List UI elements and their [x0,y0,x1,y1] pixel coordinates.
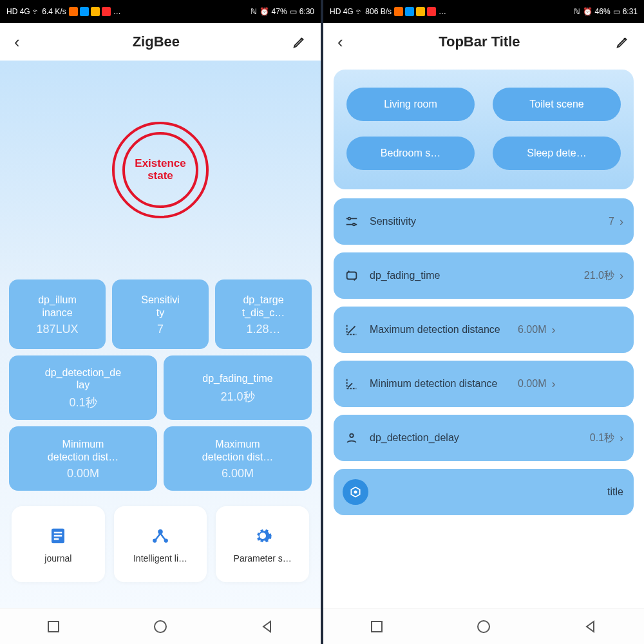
net-info: HD 4G ᯤ 806 B/s [330,7,392,16]
row-value: 21.0秒 [584,269,614,283]
row-value: 7 [609,216,614,227]
back-icon[interactable]: ‹ [337,32,343,52]
clock: 6:31 [623,7,638,16]
nfc-icon: ℕ [251,7,257,16]
scene-card: Living room Toilet scene Bedroom s… Slee… [334,70,634,189]
journal-icon [47,525,69,547]
status-app-icons [69,7,111,16]
tile-sensitivity[interactable]: Sensitivi ty 7 [112,279,209,349]
row-min-distance[interactable]: Minimum detection distance 0.00M › [334,361,634,407]
nfc-icon: ℕ [574,7,580,16]
tile-detection-delay[interactable]: dp_detection_de lay 0.1秒 [9,355,157,420]
topbar: ‹ TopBar Title [323,23,644,61]
scene-living-room[interactable]: Living room [346,88,475,121]
back-icon[interactable]: ‹ [14,32,20,52]
tile-row-1: dp_illum inance 187LUX Sensitivi ty 7 dp… [0,279,321,349]
svg-rect-1 [54,532,62,534]
tile-min-distance[interactable]: Minimum detection dist… 0.00M [9,426,157,491]
clock: 6:30 [299,7,314,16]
hero: Existence state [0,61,321,279]
alarm-icon: ⏰ [260,7,269,16]
svg-point-13 [354,491,356,493]
tile-label: dp_targe t_dis_c… [242,294,285,318]
nav-home-icon[interactable] [475,618,492,635]
row-sensitivity[interactable]: Sensitivity 7 › [334,198,634,245]
tile-illuminance[interactable]: dp_illum inance 187LUX [9,279,106,349]
tile-target-distance[interactable]: dp_targe t_dis_c… 1.28… [215,279,312,349]
svg-rect-2 [54,535,62,537]
status-app-icons [394,7,436,16]
loop-icon [343,267,361,285]
svg-point-10 [353,223,355,226]
chevron-right-icon: › [551,377,555,391]
svg-point-9 [348,218,351,220]
tile-label: Sensitivi ty [141,294,180,318]
settings-list: Sensitivity 7 › dp_fading_time 21.0秒 › M… [334,198,634,515]
svg-point-8 [155,621,166,632]
edit-icon[interactable] [616,35,630,49]
svg-rect-3 [54,538,59,540]
person-icon [343,429,361,447]
svg-rect-7 [48,621,59,632]
tile-label: dp_fading_time [202,372,272,384]
tile-value: 6.00M [222,467,254,480]
scene-sleep[interactable]: Sleep dete… [493,137,621,170]
status-bar: HD 4G ᯤ 806 B/s … ℕ ⏰ 46% ▭ 6:31 [323,0,644,23]
row-label: Maximum detection distance [370,323,518,336]
scene-bedroom[interactable]: Bedroom s… [346,137,475,170]
row-detection-delay[interactable]: dp_detection_delay 0.1秒 › [334,415,634,461]
edit-icon[interactable] [292,35,307,49]
nav-recent-icon[interactable] [45,618,62,635]
gear-icon [252,525,274,547]
page-title: TopBar Title [439,33,520,50]
svg-rect-11 [347,272,357,279]
left-body: Existence state dp_illum inance 187LUX S… [0,61,321,608]
alarm-icon: ⏰ [583,7,592,16]
chevron-right-icon: › [620,269,623,283]
hex-icon [343,479,368,505]
android-nav [323,608,644,644]
topbar: ‹ ZigBee [0,23,321,61]
nav-recent-icon[interactable] [368,618,385,635]
tile-fading-time[interactable]: dp_fading_time 21.0秒 [164,355,312,420]
row-label: Minimum detection distance [370,377,518,390]
page-title: ZigBee [133,33,180,50]
nav-back-icon[interactable] [259,618,276,635]
chevron-right-icon: › [620,431,623,445]
chevron-right-icon: › [620,215,623,229]
svg-point-12 [350,434,354,438]
battery-icon: ▭ [613,7,620,16]
nav-back-icon[interactable] [582,618,599,635]
row-label: dp_detection_delay [370,431,590,444]
bottom-label: journal [44,553,71,564]
scene-toilet[interactable]: Toilet scene [493,88,621,121]
tile-value: 187LUX [36,323,78,336]
journal-button[interactable]: journal [12,506,105,582]
intelligent-button[interactable]: Intelligent li… [114,506,207,582]
tile-value: 7 [157,323,164,336]
right-body: Living room Toilet scene Bedroom s… Slee… [323,61,644,608]
bottom-label: Intelligent li… [133,553,187,564]
net-info: HD 4G ᯤ 6.4 K/s [6,7,66,16]
row-title[interactable]: title [334,469,634,515]
tile-label: dp_illum inance [38,294,77,318]
tile-max-distance[interactable]: Maximum detection dist… 6.00M [164,426,312,491]
bottom-label: Parameter s… [234,553,292,564]
parameter-button[interactable]: Parameter s… [216,506,309,582]
left-phone: HD 4G ᯤ 6.4 K/s … ℕ ⏰ 47% ▭ 6:30 ‹ ZigBe… [0,0,321,644]
row-fading-time[interactable]: dp_fading_time 21.0秒 › [334,252,634,299]
tile-value: 21.0秒 [220,389,254,404]
existence-state-indicator: Existence state [112,122,209,218]
tile-label: Minimum detection dist… [48,438,118,462]
row-value: 0.1秒 [590,431,614,445]
tile-value: 0.00M [67,467,99,480]
android-nav [0,608,321,644]
nav-home-icon[interactable] [152,618,169,635]
sliders-icon [343,213,361,231]
svg-rect-14 [372,621,382,632]
row-label: dp_fading_time [370,269,584,282]
row-max-distance[interactable]: Maximum detection distance 6.00M › [334,307,634,353]
bottom-actions: journal Intelligent li… Parameter s… [0,506,321,582]
more-icon: … [439,7,447,16]
tile-label: dp_detection_de lay [45,366,121,391]
